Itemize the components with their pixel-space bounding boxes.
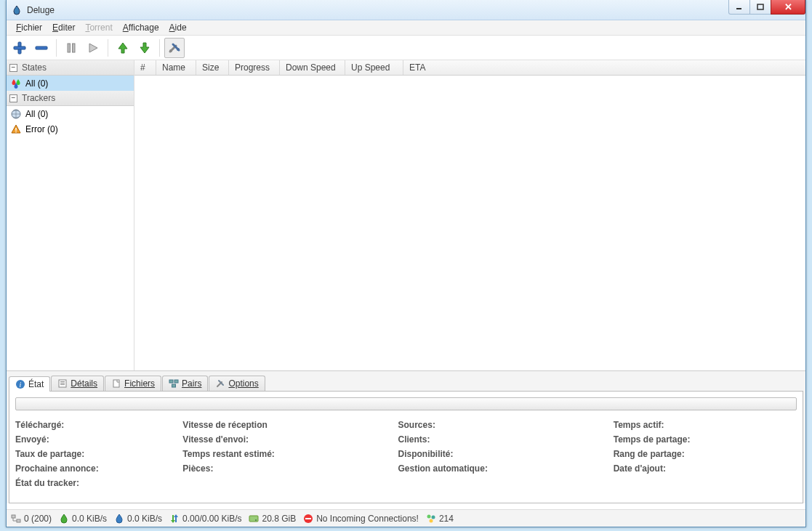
close-button[interactable]: ✕ — [771, 0, 805, 15]
tab-strip: i État Détails Fichiers Pairs Options — [9, 373, 803, 391]
sidebar-header-label: Trackers — [22, 93, 55, 103]
label-uploaded: Envoyé: — [15, 432, 182, 447]
svg-rect-24 — [249, 516, 258, 522]
toolbar-separator — [108, 39, 108, 57]
column-size[interactable]: Size — [196, 60, 229, 75]
info-icon: i — [15, 379, 25, 389]
peers-icon — [169, 378, 179, 389]
svg-rect-10 — [15, 128, 16, 131]
globe-icon — [11, 109, 21, 119]
files-icon — [111, 378, 121, 389]
svg-rect-19 — [169, 380, 173, 383]
dht-icon — [426, 514, 436, 524]
sidebar-item-label: All (0) — [25, 78, 48, 89]
label-next-announce: Prochaine annonce: — [15, 461, 182, 476]
column-progress[interactable]: Progress — [229, 60, 280, 75]
status-up-rate[interactable]: 0.0 KiB/s — [114, 514, 162, 524]
label-down-speed: Vitesse de réception — [182, 418, 398, 432]
remove-torrent-button[interactable] — [31, 38, 52, 58]
collapse-icon[interactable]: − — [9, 94, 17, 102]
svg-rect-22 — [12, 515, 15, 518]
svg-rect-11 — [15, 131, 16, 132]
connections-icon — [11, 514, 21, 524]
add-torrent-button[interactable] — [9, 38, 30, 58]
column-down-speed[interactable]: Down Speed — [280, 60, 345, 75]
menu-edit[interactable]: Editer — [47, 21, 80, 34]
column-up-speed[interactable]: Up Speed — [345, 60, 403, 75]
download-drop-icon — [59, 514, 69, 524]
table-header: # Name Size Progress Down Speed Up Speed… — [134, 60, 805, 76]
queue-down-button[interactable] — [134, 38, 155, 58]
column-name[interactable]: Name — [156, 60, 196, 75]
collapse-icon[interactable]: − — [9, 64, 17, 72]
svg-point-25 — [255, 519, 257, 521]
status-protocol[interactable]: 0.00/0.00 KiB/s — [169, 514, 241, 524]
sidebar-trackers-all[interactable]: All (0) — [7, 106, 134, 121]
preferences-button[interactable] — [164, 38, 185, 58]
status-dht[interactable]: 214 — [426, 514, 454, 524]
table-body-empty[interactable] — [134, 76, 805, 370]
upload-drop-icon — [114, 514, 124, 524]
menu-help[interactable]: Aide — [164, 21, 192, 34]
label-seed-rank: Rang de partage: — [614, 447, 797, 461]
label-date-added: Date d'ajout: — [614, 461, 797, 476]
maximize-button[interactable] — [749, 0, 771, 15]
menu-bar: Fichier Editer Torrent Affichage Aide — [7, 20, 805, 36]
svg-rect-4 — [36, 46, 47, 49]
options-icon — [215, 378, 225, 389]
disk-icon — [249, 514, 259, 524]
sidebar-trackers-error[interactable]: Error (0) — [7, 121, 134, 137]
svg-rect-23 — [17, 519, 20, 522]
tab-files[interactable]: Fichiers — [105, 376, 161, 391]
label-auto-managed: Gestion automatique: — [398, 461, 614, 476]
menu-view[interactable]: Affichage — [118, 21, 164, 34]
svg-point-29 — [431, 515, 435, 519]
minimize-button[interactable] — [728, 0, 750, 15]
status-tab-content: Téléchargé: Envoyé: Taux de partage: Pro… — [9, 391, 803, 503]
resume-button[interactable] — [83, 38, 103, 58]
svg-rect-15 — [60, 381, 65, 382]
status-health[interactable]: No Incoming Connections! — [303, 514, 419, 524]
label-active-time: Temps actif: — [614, 418, 797, 432]
tab-status[interactable]: i État — [9, 376, 50, 392]
tab-peers[interactable]: Pairs — [162, 376, 208, 391]
status-down-rate[interactable]: 0.0 KiB/s — [59, 514, 107, 524]
warning-icon — [11, 124, 21, 134]
torrent-progress-bar — [15, 397, 797, 410]
svg-rect-17 — [60, 384, 65, 385]
status-bar: 0 (200) 0.0 KiB/s 0.0 KiB/s 0.00/0.00 Ki… — [7, 509, 805, 527]
svg-rect-6 — [73, 44, 76, 52]
title-bar: Deluge ✕ — [7, 0, 805, 20]
toolbar-separator — [56, 39, 57, 57]
label-seeding-time: Temps de partage: — [614, 432, 797, 447]
details-icon — [57, 378, 68, 389]
column-number[interactable]: # — [134, 60, 156, 75]
svg-text:i: i — [20, 381, 22, 389]
label-tracker-status: État du tracker: — [15, 476, 182, 490]
sidebar-item-label: All (0) — [25, 109, 48, 119]
tab-details[interactable]: Détails — [51, 376, 104, 391]
label-peers: Clients: — [398, 432, 614, 447]
menu-file[interactable]: Fichier — [11, 21, 47, 34]
svg-rect-3 — [14, 46, 25, 49]
sidebar-states-header[interactable]: − States — [7, 60, 134, 76]
deluge-app-icon — [11, 4, 23, 16]
status-disk[interactable]: 20.8 GiB — [249, 514, 296, 524]
column-eta[interactable]: ETA — [403, 60, 805, 75]
sidebar-header-label: States — [22, 62, 47, 73]
svg-point-8 — [177, 48, 180, 51]
label-share-ratio: Taux de partage: — [15, 447, 182, 461]
svg-point-30 — [429, 519, 433, 522]
tab-options[interactable]: Options — [209, 376, 265, 391]
sidebar: − States All (0) − Trackers — [7, 60, 134, 370]
details-panel: i État Détails Fichiers Pairs Options — [7, 370, 805, 503]
pause-button[interactable] — [61, 38, 81, 58]
label-seeds: Sources: — [398, 418, 614, 432]
toolbar-separator — [159, 39, 160, 57]
status-connections[interactable]: 0 (200) — [11, 514, 52, 524]
queue-up-button[interactable] — [113, 38, 133, 58]
sidebar-trackers-header[interactable]: − Trackers — [7, 91, 134, 106]
app-window: Deluge ✕ Fichier Editer Torrent Affichag… — [6, 0, 806, 527]
svg-rect-20 — [174, 380, 178, 383]
sidebar-states-all[interactable]: All (0) — [7, 76, 134, 91]
